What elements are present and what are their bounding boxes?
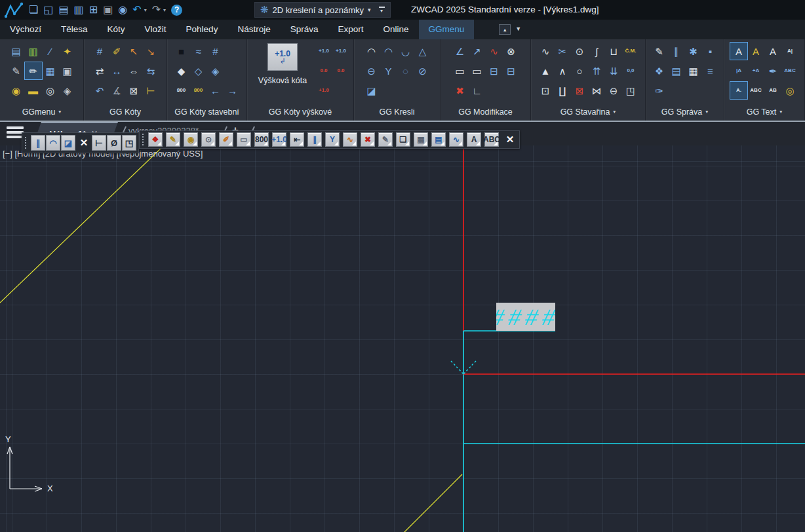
- ribbon-icon[interactable]: ✐: [108, 43, 125, 60]
- open-folder-icon[interactable]: ◱: [43, 5, 53, 15]
- ribbon-icon[interactable]: ⊢: [142, 82, 159, 99]
- ribbon-icon[interactable]: →: [224, 82, 241, 99]
- ribbon-icon[interactable]: +1.0: [332, 43, 349, 60]
- ribbon-icon[interactable]: ⊙: [571, 43, 588, 60]
- ribbon-icon[interactable]: A: [764, 43, 781, 60]
- ribbon-icon[interactable]: ✂: [554, 43, 571, 60]
- ribbon-icon[interactable]: ◌: [397, 62, 414, 79]
- ribbon-icon[interactable]: ≈: [190, 43, 207, 60]
- print-icon[interactable]: ▣: [103, 5, 113, 15]
- ribbon-icon[interactable]: ✖: [452, 82, 469, 99]
- ribbon-icon[interactable]: ⊘: [414, 62, 431, 79]
- rectangle-hatch-icon[interactable]: ◪: [61, 135, 75, 151]
- ribbon-icon[interactable]: +A: [747, 62, 764, 79]
- toolbar-b-close[interactable]: ✕: [503, 132, 517, 147]
- menu-tab-ggmenu[interactable]: GGmenu: [419, 20, 475, 39]
- ribbon-icon[interactable]: 0.0: [332, 62, 349, 79]
- ribbon-icon[interactable]: ▦: [685, 62, 702, 79]
- new-file-icon[interactable]: ❏: [29, 5, 38, 15]
- ribbon-icon[interactable]: ⊗: [503, 43, 520, 60]
- ribbon-icon[interactable]: ✎: [8, 62, 25, 79]
- copy-page-icon[interactable]: ❏: [396, 132, 410, 147]
- hatch-box[interactable]: ####: [496, 303, 555, 331]
- save-icon[interactable]: ▤: [58, 5, 68, 15]
- ribbon-icon[interactable]: +1.0: [315, 82, 332, 99]
- panel-label[interactable]: GG Kóty: [84, 103, 167, 121]
- ribbon-icon[interactable]: ⇄: [91, 62, 108, 79]
- polyline-edit-icon[interactable]: ✎: [166, 132, 180, 147]
- menu-tab-k-ty[interactable]: Kóty: [98, 20, 135, 39]
- ribbon-icon[interactable]: ◉: [8, 82, 25, 99]
- ribbon-icon[interactable]: ◆: [173, 62, 190, 79]
- help-icon[interactable]: ?: [171, 5, 182, 16]
- ribbon-icon[interactable]: ◠: [380, 43, 397, 60]
- copy-icon[interactable]: ⊞: [89, 5, 98, 15]
- ribbon-icon[interactable]: ∕: [42, 43, 59, 60]
- ribbon-icon[interactable]: ⇊: [605, 62, 622, 79]
- ribbon-icon[interactable]: ◳: [622, 82, 639, 99]
- toolbar-a-close[interactable]: ✕: [77, 135, 90, 151]
- ribbon-expand-button[interactable]: ▲: [499, 24, 511, 35]
- ribbon-icon[interactable]: ∫: [588, 43, 605, 60]
- ribbon-icon[interactable]: ⋈: [588, 82, 605, 99]
- ribbon-icon[interactable]: ∟: [469, 82, 486, 99]
- valve-icon[interactable]: Ø: [107, 135, 121, 151]
- menu-tab-export[interactable]: Export: [328, 20, 373, 39]
- ribbon-icon[interactable]: |A: [730, 62, 747, 79]
- workspace-caret-icon[interactable]: ▾: [368, 7, 371, 13]
- spline-arrow-icon[interactable]: ∿: [343, 132, 357, 147]
- ribbon-icon[interactable]: ⊖: [363, 62, 380, 79]
- undo-icon-caret[interactable]: ▾: [144, 7, 147, 13]
- sketch-pencil-icon[interactable]: ✎: [378, 132, 393, 147]
- baseline-dim-icon[interactable]: ⇤: [290, 132, 304, 147]
- ribbon-icon[interactable]: ⊟: [486, 62, 503, 79]
- ruler-icon[interactable]: ▭: [237, 132, 251, 147]
- ribbon-icon[interactable]: ◪: [363, 82, 380, 99]
- panel-label[interactable]: GG Kresli: [354, 103, 440, 121]
- ribbon-icon[interactable]: ⇆: [142, 62, 159, 79]
- ribbon-icon[interactable]: ⊖: [605, 82, 622, 99]
- text-dim-icon[interactable]: ✐: [219, 132, 233, 147]
- ribbon-icon[interactable]: ◈: [207, 62, 224, 79]
- ribbon-icon[interactable]: ↔: [108, 62, 125, 79]
- ribbon-icon[interactable]: ✑: [651, 82, 668, 99]
- floating-toolbar-a[interactable]: ∥◠◪✕⊢Ø◳: [22, 132, 139, 153]
- ribbon-icon[interactable]: ◠: [363, 43, 380, 60]
- ribbon-icon[interactable]: A|: [781, 43, 798, 60]
- ribbon-icon[interactable]: ◡: [397, 43, 414, 60]
- ribbon-options-caret[interactable]: ▼: [515, 26, 521, 39]
- ribbon-icon[interactable]: ◎: [42, 82, 59, 99]
- toolbar-grip-handle[interactable]: [142, 134, 146, 145]
- ribbon-icon[interactable]: ▤: [8, 43, 25, 60]
- branch-icon[interactable]: Y: [325, 132, 340, 147]
- layer-bulb-icon[interactable]: ◉: [184, 132, 198, 147]
- redo-icon-caret[interactable]: ▾: [163, 7, 166, 13]
- parallel-icon[interactable]: ∥: [307, 132, 322, 147]
- ribbon-icon[interactable]: #: [207, 43, 224, 60]
- ribbon-icon[interactable]: ⇔: [125, 62, 142, 79]
- ribbon-icon[interactable]: ≡: [702, 62, 719, 79]
- ribbon-icon[interactable]: ⊟: [503, 62, 520, 79]
- ribbon-icon[interactable]: ▬: [25, 82, 42, 99]
- panel-label[interactable]: GG Modifikace: [441, 103, 530, 121]
- big-button-vyskova-kota[interactable]: +1.0↲Výšková kóta: [251, 41, 314, 85]
- menu-tab-n-stroje[interactable]: Nástroje: [227, 20, 280, 39]
- ribbon-icon[interactable]: ◈: [59, 82, 76, 99]
- ribbon-icon[interactable]: ▣: [59, 62, 76, 79]
- menu-tab-online[interactable]: Online: [373, 20, 418, 39]
- fillet-icon[interactable]: ◠: [46, 135, 60, 151]
- ribbon-icon[interactable]: ⊔: [605, 43, 622, 60]
- ribbon-icon[interactable]: ▤: [668, 62, 685, 79]
- ribbon-icon[interactable]: ⊠: [571, 82, 588, 99]
- ribbon-icon[interactable]: Č.M.: [622, 43, 639, 60]
- text-edit-icon[interactable]: A: [467, 132, 481, 147]
- offset-icon[interactable]: ∥: [31, 135, 45, 151]
- ribbon-icon[interactable]: +1.0: [315, 43, 332, 60]
- ribbon-icon[interactable]: ✒: [764, 62, 781, 79]
- ribbon-icon[interactable]: ▥: [25, 43, 42, 60]
- ribbon-icon[interactable]: ∿: [486, 43, 503, 60]
- panel-label[interactable]: GG Stavařina▾: [531, 103, 645, 121]
- ribbon-icon[interactable]: 0,0: [622, 62, 639, 79]
- ribbon-icon[interactable]: ✦: [59, 43, 76, 60]
- ribbon-icon[interactable]: ↗: [469, 43, 486, 60]
